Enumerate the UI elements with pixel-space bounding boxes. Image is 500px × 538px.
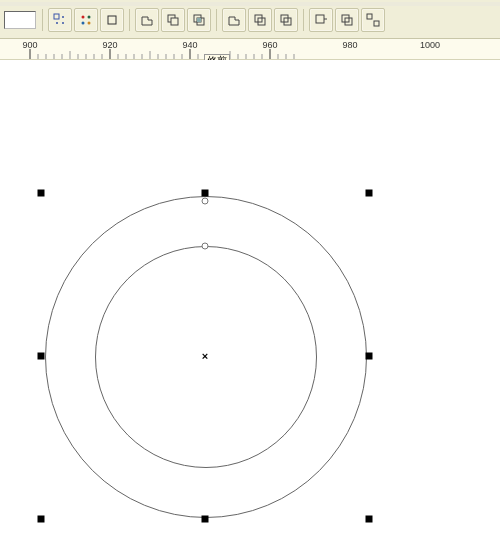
ruler-mark-label: 960	[262, 40, 277, 50]
ruler-mark-label: 920	[102, 40, 117, 50]
simplify-button[interactable]	[222, 8, 246, 32]
selection-center-marker[interactable]: ×	[202, 350, 208, 362]
shape-node[interactable]	[202, 198, 209, 205]
back-minus-front-button[interactable]	[274, 8, 298, 32]
svg-rect-18	[316, 15, 324, 23]
intersect-button[interactable]	[187, 8, 211, 32]
svg-rect-0	[54, 14, 59, 19]
svg-rect-10	[171, 18, 178, 25]
separator	[42, 9, 43, 31]
selection-handle[interactable]	[366, 190, 373, 197]
front-minus-back-button[interactable]	[248, 8, 272, 32]
shape-node[interactable]	[202, 243, 209, 250]
svg-point-7	[88, 22, 91, 25]
separator	[303, 9, 304, 31]
weld-button[interactable]	[135, 8, 159, 32]
ruler-mark-label: 940	[182, 40, 197, 50]
combine-button[interactable]	[335, 8, 359, 32]
svg-rect-22	[374, 21, 379, 26]
separator	[129, 9, 130, 31]
property-bar	[0, 0, 500, 39]
svg-point-6	[82, 22, 85, 25]
svg-rect-13	[197, 18, 201, 22]
snap-tool-3[interactable]	[100, 8, 124, 32]
svg-point-4	[82, 16, 85, 19]
separator	[216, 9, 217, 31]
svg-rect-21	[367, 14, 372, 19]
svg-point-3	[62, 16, 64, 18]
selection-handle[interactable]	[38, 353, 45, 360]
svg-point-1	[62, 22, 64, 24]
selection-handle[interactable]	[202, 516, 209, 523]
snap-tool-2[interactable]	[74, 8, 98, 32]
selection-handle[interactable]	[366, 516, 373, 523]
ruler-mark-label: 900	[22, 40, 37, 50]
selection-handle[interactable]	[202, 190, 209, 197]
horizontal-ruler[interactable]: 90092094096098010001020 修剪	[0, 39, 500, 60]
selection-handle[interactable]	[38, 516, 45, 523]
ruler-mark-label: 980	[342, 40, 357, 50]
break-apart-button[interactable]	[361, 8, 385, 32]
drawing-canvas[interactable]: ×	[0, 60, 500, 538]
svg-point-2	[56, 22, 58, 24]
trim-button[interactable]	[161, 8, 185, 32]
selection-handle[interactable]	[366, 353, 373, 360]
ruler-mark-label: 1000	[420, 40, 440, 50]
snap-tool-1[interactable]	[48, 8, 72, 32]
svg-point-5	[88, 16, 91, 19]
svg-rect-8	[108, 16, 116, 24]
input-stub-a[interactable]	[4, 11, 36, 29]
boundary-button[interactable]	[309, 8, 333, 32]
selection-handle[interactable]	[38, 190, 45, 197]
